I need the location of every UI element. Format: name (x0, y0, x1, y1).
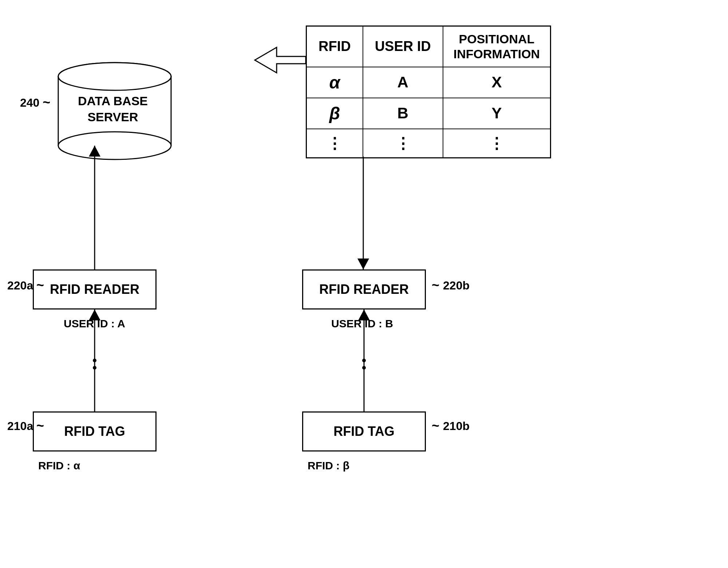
col-rfid-header: RFID (306, 26, 363, 67)
diagram-container: RFID USER ID POSITIONALINFORMATION α A X… (0, 0, 728, 568)
rfid-reader-a-box: RFID READER (33, 269, 157, 309)
cell-userid-1: A (363, 67, 443, 98)
label-240: 240 ~ (20, 95, 50, 110)
cell-userid-3: ⋮ (363, 129, 443, 158)
svg-point-4 (58, 132, 171, 159)
table-row: α A X (306, 67, 551, 98)
col-userid-header: USER ID (363, 26, 443, 67)
svg-marker-10 (89, 146, 100, 157)
rfid-alpha-label: RFID : α (38, 459, 80, 472)
col-positional-header: POSITIONALINFORMATION (443, 26, 551, 67)
rfid-tag-b-box: RFID TAG (302, 411, 426, 451)
label-210b: ~ 210b (432, 418, 470, 433)
svg-point-5 (58, 63, 171, 90)
label-220b: ~ 220b (432, 277, 470, 293)
rfid-beta-label: RFID : β (308, 459, 349, 472)
rfid-tag-a-box: RFID TAG (33, 411, 157, 451)
svg-point-18 (362, 366, 366, 370)
svg-point-15 (93, 359, 96, 362)
cell-rfid-2: β (306, 98, 363, 129)
label-210a: 210a ~ (7, 418, 44, 433)
label-220a: 220a ~ (7, 277, 44, 293)
svg-point-16 (93, 366, 96, 370)
cell-rfid-3: ⋮ (306, 129, 363, 158)
svg-point-0 (58, 63, 171, 90)
database-server-label: DATA BASE SERVER (56, 93, 169, 125)
svg-marker-8 (357, 259, 369, 269)
svg-point-17 (362, 359, 366, 362)
svg-marker-6 (255, 47, 306, 73)
rfid-reader-b-box: RFID READER (302, 269, 426, 309)
table-row: ⋮ ⋮ ⋮ (306, 129, 551, 158)
userid-a-label: USER ID : A (64, 317, 125, 330)
cell-userid-2: B (363, 98, 443, 129)
table-row: β B Y (306, 98, 551, 129)
cell-positional-1: X (443, 67, 551, 98)
cell-rfid-1: α (306, 67, 363, 98)
userid-b-label: USER ID : B (331, 317, 393, 330)
cell-positional-2: Y (443, 98, 551, 129)
cell-positional-3: ⋮ (443, 129, 551, 158)
database-table: RFID USER ID POSITIONALINFORMATION α A X… (306, 25, 551, 158)
